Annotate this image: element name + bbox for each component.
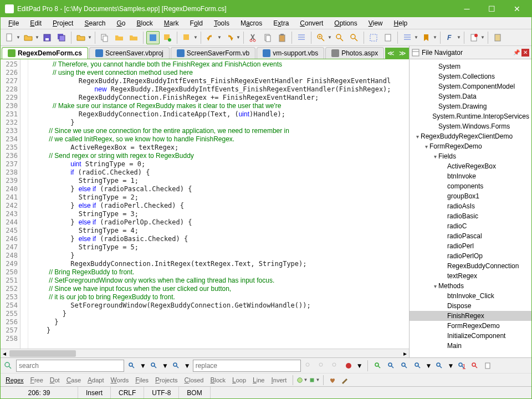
record-icon[interactable]: ▼ bbox=[309, 375, 320, 386]
find-icon-3[interactable] bbox=[399, 360, 410, 371]
code-text[interactable]: // Therefore, you cannot handle both the… bbox=[28, 59, 409, 349]
menu-file[interactable]: File bbox=[3, 18, 24, 28]
pin-icon[interactable]: 📌 bbox=[513, 49, 520, 57]
menu-search[interactable]: Search bbox=[79, 18, 111, 28]
nav-node[interactable]: radioPerl bbox=[410, 241, 531, 251]
nav-node[interactable]: ▾Methods bbox=[410, 281, 531, 291]
nav-node[interactable]: radioPascal bbox=[410, 231, 531, 241]
help-icon[interactable] bbox=[491, 31, 504, 44]
menu-go[interactable]: Go bbox=[111, 18, 131, 28]
tab-screensaver-vbproj[interactable]: ScreenSaver.vbproj bbox=[89, 47, 170, 59]
close-button[interactable]: ✕ bbox=[504, 1, 529, 17]
select-all-icon[interactable] bbox=[381, 31, 395, 44]
search-opt-words[interactable]: Words bbox=[108, 375, 132, 385]
code-area[interactable]: 225 226 227 228 229 230 231 232 233 234 … bbox=[1, 59, 409, 349]
search-opt-closed[interactable]: Closed bbox=[182, 375, 207, 385]
tab-regexdemoform[interactable]: RegexDemoForm.cs bbox=[2, 47, 88, 59]
zoom-out-icon[interactable] bbox=[333, 31, 346, 44]
zoom-reset-icon[interactable] bbox=[347, 31, 361, 44]
scroll-thumb[interactable] bbox=[9, 350, 76, 357]
menu-options[interactable]: Options bbox=[329, 18, 362, 28]
dropdown-icon[interactable]: ▼ bbox=[193, 35, 198, 40]
undo-icon[interactable] bbox=[204, 31, 217, 44]
pen-icon[interactable] bbox=[339, 375, 350, 386]
zoom-in-icon[interactable] bbox=[314, 31, 328, 44]
replace-all-icon[interactable] bbox=[316, 360, 328, 371]
menu-extra[interactable]: Extra bbox=[268, 18, 294, 28]
horizontal-scrollbar[interactable]: ◂▸ bbox=[1, 349, 409, 357]
menu-macros[interactable]: Macros bbox=[235, 18, 268, 28]
nav-node[interactable]: radioPerlOp bbox=[410, 251, 531, 261]
find-icon-5[interactable] bbox=[434, 360, 445, 371]
search-opt-projects[interactable]: Projects bbox=[152, 375, 180, 385]
dropdown-icon[interactable]: ▼ bbox=[480, 35, 485, 40]
search-opt-regex[interactable]: Regex bbox=[3, 375, 27, 385]
search-opt-line[interactable]: Line bbox=[250, 375, 267, 385]
search-icon[interactable] bbox=[3, 360, 14, 371]
minimize-button[interactable]: ─ bbox=[454, 1, 479, 17]
search-opt-files[interactable]: Files bbox=[132, 375, 151, 385]
open-file-icon[interactable] bbox=[22, 31, 35, 44]
nav-node[interactable]: ▾RegexBuddyRegexClientDemo bbox=[410, 131, 531, 141]
cut-icon[interactable] bbox=[247, 31, 260, 44]
find-icon-7[interactable] bbox=[469, 360, 480, 371]
folder-icon[interactable] bbox=[112, 31, 126, 44]
search-opt-loop[interactable]: Loop bbox=[229, 375, 249, 385]
nav-node[interactable]: textRegex bbox=[410, 271, 531, 281]
nav-node[interactable]: System.ComponentModel bbox=[410, 81, 531, 91]
nav-node[interactable]: groupBox1 bbox=[410, 191, 531, 201]
nav-node[interactable]: System.Runtime.InteropServices bbox=[410, 111, 531, 121]
maximize-button[interactable]: ☐ bbox=[479, 1, 504, 17]
copy-clipboard-icon[interactable] bbox=[261, 31, 274, 44]
dropdown-icon[interactable]: ▼ bbox=[447, 362, 454, 370]
status-eol[interactable]: CRLF bbox=[111, 387, 144, 398]
nav-node[interactable]: FormRegexDemo bbox=[410, 321, 531, 331]
search-opt-adapt[interactable]: Adapt bbox=[85, 375, 106, 385]
new-file-icon[interactable] bbox=[3, 31, 16, 44]
dropdown-icon[interactable]: ▼ bbox=[16, 35, 21, 40]
search-opt-free[interactable]: Free bbox=[28, 375, 46, 385]
save-icon[interactable] bbox=[40, 31, 54, 44]
folder-open-icon[interactable] bbox=[127, 31, 140, 44]
bookmark-icon[interactable] bbox=[420, 31, 433, 44]
search-opt-dot[interactable]: Dot bbox=[47, 375, 63, 385]
view-mode-icon[interactable] bbox=[146, 31, 160, 44]
search-highlight-icon[interactable] bbox=[171, 360, 182, 371]
replace-selection-icon[interactable] bbox=[330, 360, 341, 371]
nav-node[interactable]: InitializeComponent bbox=[410, 331, 531, 341]
select-rect-icon[interactable] bbox=[367, 31, 380, 44]
menu-edit[interactable]: Edit bbox=[24, 18, 47, 28]
nav-node[interactable]: ActiveRegexBox bbox=[410, 161, 531, 171]
dropdown-icon[interactable]: ▼ bbox=[457, 35, 461, 40]
nav-node[interactable]: radioBasic bbox=[410, 211, 531, 221]
play-icon[interactable]: ▼ bbox=[296, 375, 308, 386]
dropdown-icon[interactable]: ▼ bbox=[217, 35, 222, 40]
search-opt-invert[interactable]: Invert bbox=[268, 375, 289, 385]
tab-photos-aspx[interactable]: Photos.aspx bbox=[325, 47, 384, 59]
menu-project[interactable]: Project bbox=[47, 18, 79, 28]
stop-icon[interactable] bbox=[343, 360, 354, 371]
tab-next-icon[interactable]: ≫ bbox=[397, 49, 408, 57]
nav-node[interactable]: Main bbox=[410, 341, 531, 351]
nav-node[interactable]: btnInvoke bbox=[410, 171, 531, 181]
search-prev-icon[interactable] bbox=[126, 360, 137, 371]
nav-node[interactable]: System bbox=[410, 62, 531, 71]
save-all-icon[interactable] bbox=[55, 31, 68, 44]
nav-node[interactable]: radioC bbox=[410, 221, 531, 231]
list-icon[interactable] bbox=[401, 31, 414, 44]
replace-icon[interactable] bbox=[303, 360, 314, 371]
search-input[interactable] bbox=[16, 360, 124, 372]
heart-icon[interactable] bbox=[327, 375, 338, 386]
copy-results-icon[interactable] bbox=[483, 360, 494, 371]
dropdown-icon[interactable]: ▼ bbox=[356, 362, 363, 370]
nav-node[interactable]: ▾Fields bbox=[410, 151, 531, 161]
find-in-files-icon[interactable] bbox=[372, 360, 383, 371]
redo-icon[interactable] bbox=[223, 31, 236, 44]
menu-view[interactable]: View bbox=[363, 18, 388, 28]
dropdown-icon[interactable]: ▼ bbox=[414, 35, 418, 40]
nav-node[interactable]: btnInvoke_Click bbox=[410, 291, 531, 301]
nav-node[interactable]: System.Drawing bbox=[410, 101, 531, 111]
add-icon[interactable] bbox=[161, 31, 174, 44]
status-mode[interactable]: Insert bbox=[78, 387, 111, 398]
fold-gutter[interactable] bbox=[21, 59, 28, 349]
